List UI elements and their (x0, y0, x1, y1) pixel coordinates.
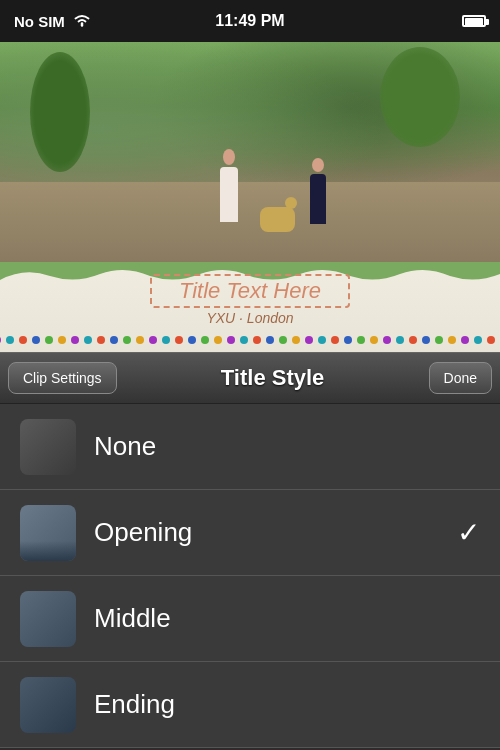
thumbnail-none (20, 419, 76, 475)
dot (84, 336, 92, 344)
battery-icon (462, 15, 486, 27)
thumbnail-ending (20, 677, 76, 733)
label-ending: Ending (94, 689, 480, 720)
list-item-opening[interactable]: Opening✓ (0, 490, 500, 576)
dot (422, 336, 430, 344)
checkmark-opening: ✓ (457, 516, 480, 549)
label-middle: Middle (94, 603, 480, 634)
status-right (462, 15, 486, 27)
dot (227, 336, 235, 344)
thumbnail-middle (20, 591, 76, 647)
dot (318, 336, 326, 344)
dot (409, 336, 417, 344)
dot (123, 336, 131, 344)
dot (6, 336, 14, 344)
dot (45, 336, 53, 344)
dot (331, 336, 339, 344)
dot (71, 336, 79, 344)
dot (383, 336, 391, 344)
status-bar: No SIM 11:49 PM (0, 0, 500, 42)
status-left: No SIM (14, 13, 91, 30)
toolbar: Clip Settings Title Style Done (0, 352, 500, 404)
dot (435, 336, 443, 344)
title-text-display: Title Text Here (150, 274, 350, 308)
carrier-label: No SIM (14, 13, 65, 30)
dot (214, 336, 222, 344)
figure1 (220, 167, 238, 222)
dot (357, 336, 365, 344)
label-none: None (94, 431, 480, 462)
dot (448, 336, 456, 344)
title-banner: Title Text Here YXU · London (0, 262, 500, 352)
dot (396, 336, 404, 344)
dot (266, 336, 274, 344)
time-display: 11:49 PM (215, 12, 284, 30)
dot (292, 336, 300, 344)
dot (344, 336, 352, 344)
dot (149, 336, 157, 344)
dot (136, 336, 144, 344)
video-bg (0, 42, 500, 262)
list-item-ending[interactable]: Ending (0, 662, 500, 748)
wifi-icon (73, 13, 91, 30)
toolbar-title: Title Style (221, 365, 325, 391)
subtitle-text: YXU · London (150, 310, 350, 326)
dot (19, 336, 27, 344)
list-item-middle[interactable]: Middle (0, 576, 500, 662)
label-opening: Opening (94, 517, 457, 548)
title-content: Title Text Here YXU · London (150, 274, 350, 326)
dot (461, 336, 469, 344)
dot (253, 336, 261, 344)
dot (474, 336, 482, 344)
dog1 (260, 207, 295, 232)
tree-right (380, 47, 460, 147)
ground (0, 182, 500, 262)
dot (58, 336, 66, 344)
clip-settings-button[interactable]: Clip Settings (8, 362, 117, 394)
dot (175, 336, 183, 344)
list-container: NoneOpening✓MiddleEnding (0, 404, 500, 748)
dot (201, 336, 209, 344)
dot (162, 336, 170, 344)
dot (32, 336, 40, 344)
dot (487, 336, 495, 344)
dot (279, 336, 287, 344)
figure2 (310, 174, 326, 224)
done-button[interactable]: Done (429, 362, 492, 394)
dot (110, 336, 118, 344)
thumbnail-opening (20, 505, 76, 561)
dot (188, 336, 196, 344)
dot (97, 336, 105, 344)
list-item-none[interactable]: None (0, 404, 500, 490)
dots-row (0, 336, 500, 344)
dot (0, 336, 1, 344)
dot (370, 336, 378, 344)
dot (305, 336, 313, 344)
dot (240, 336, 248, 344)
video-preview (0, 42, 500, 262)
tree-left (30, 52, 90, 172)
